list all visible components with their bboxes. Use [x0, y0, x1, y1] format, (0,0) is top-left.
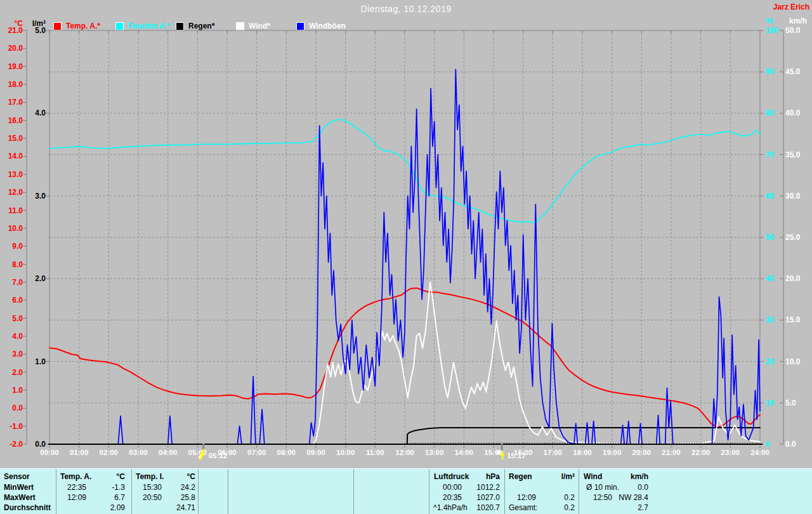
y-tick-label: 1.0	[12, 386, 23, 395]
table-column-divider	[131, 469, 132, 514]
y-tick-label: 40	[766, 274, 775, 283]
col-header-regen: Regen	[509, 472, 547, 481]
temp-a-max: 6.7	[95, 493, 125, 502]
y-tick-label: 7.0	[12, 278, 23, 287]
x-tick-label: 12:00	[395, 449, 414, 456]
y-tick-label: 4.0	[35, 109, 46, 117]
regen-max: 0.2	[543, 493, 575, 502]
y-tick-label: 14.0	[8, 152, 23, 161]
x-tick-label: 04:00	[159, 449, 177, 456]
col-unit-wind: km/h	[617, 472, 648, 481]
table-row-label: Durchschnitt	[4, 503, 58, 512]
temp-i-max-time: 20:50	[136, 493, 168, 502]
table-column-divider	[198, 469, 199, 514]
x-tick-label: 21:00	[662, 449, 680, 456]
y-tick-label: 0.0	[785, 440, 796, 449]
y-tick-label: 19.0	[8, 62, 23, 71]
luftdruck-max: 1027.0	[463, 493, 500, 502]
y-tick-label: 80	[766, 109, 775, 117]
y-tick-label: 3.0	[35, 192, 46, 201]
x-tick-label: 14:00	[455, 449, 473, 456]
y-tick-label: 0	[766, 440, 770, 449]
y-tick-label: 100	[766, 26, 778, 35]
y-tick-label: 35.0	[785, 150, 801, 159]
x-tick-label: 23:00	[721, 449, 740, 456]
x-tick-label: 08:00	[277, 449, 296, 456]
regen-total: 0.2	[543, 503, 575, 512]
axis-label-rain: l/m²	[32, 19, 46, 28]
col-unit-temp-i: °C	[166, 472, 195, 481]
y-tick-label: 15.0	[8, 134, 23, 143]
table-column-divider	[56, 469, 56, 514]
x-tick-label: 01:00	[70, 449, 88, 456]
y-tick-label: 40.0	[785, 109, 801, 117]
wind-avg: 2.7	[617, 503, 648, 512]
y-tick-label: 4.0	[12, 332, 23, 341]
col-unit-regen: l/m²	[543, 472, 575, 481]
chart-canvas: 00:0001:0002:0003:0004:0005:0006:0007:00…	[0, 0, 812, 469]
y-tick-label: 30.0	[785, 192, 801, 201]
x-tick-label: 24:00	[750, 449, 769, 456]
sunset-icon	[497, 450, 501, 454]
x-tick-label: 22:00	[691, 449, 710, 456]
table-row-label: MaxWert	[4, 493, 55, 502]
y-tick-label: 20.0	[785, 274, 801, 283]
y-tick-label: 20	[766, 357, 775, 366]
y-tick-label: 90	[766, 67, 775, 76]
table-column-divider	[353, 469, 354, 514]
luftdruck-min: 1012.2	[463, 483, 500, 492]
y-tick-label: 25.0	[785, 233, 801, 242]
y-tick-label: 50.0	[785, 26, 801, 35]
table-column-divider	[504, 469, 505, 514]
x-tick-label: 09:00	[306, 449, 325, 456]
x-tick-label: 17:00	[544, 449, 562, 456]
y-tick-label: 1.0	[35, 357, 46, 366]
temp-i-min: 24.2	[166, 483, 195, 492]
temp-i-min-time: 15:30	[136, 483, 168, 492]
table-column-divider	[429, 469, 429, 514]
y-tick-label: 3.0	[12, 350, 23, 359]
axis-label-hum: %	[766, 16, 773, 25]
axis-label-wind: km/h	[789, 16, 807, 25]
x-tick-label: 00:00	[40, 449, 58, 456]
y-tick-label: 9.0	[12, 242, 23, 251]
y-tick-label: 0.0	[35, 440, 46, 449]
y-tick-label: 20.0	[8, 44, 23, 53]
y-tick-label: 8.0	[12, 260, 23, 269]
col-unit-temp-a: °C	[95, 472, 125, 481]
sunset-time: 15:17	[507, 452, 525, 459]
y-tick-label: 11.0	[8, 206, 23, 215]
luftdruck-avg: 1020.7	[463, 503, 500, 512]
x-tick-label: 03:00	[129, 449, 147, 456]
y-tick-label: 16.0	[8, 116, 23, 125]
axis-label-temp: °C	[15, 19, 23, 28]
x-tick-label: 11:00	[366, 449, 384, 456]
y-tick-label: 60	[766, 192, 775, 201]
temp-a-max-time: 12:09	[61, 493, 93, 502]
wind-max: NW 28.4	[610, 493, 648, 502]
y-tick-label: 12.0	[8, 188, 23, 197]
y-tick-label: 5.0	[12, 314, 23, 323]
y-tick-label: 17.0	[8, 98, 23, 107]
table-row-label: Sensor	[4, 472, 55, 481]
temp-i-max: 25.8	[166, 493, 195, 502]
x-tick-label: 02:00	[100, 449, 118, 456]
x-tick-label: 13:00	[425, 449, 443, 456]
y-tick-label: 15.0	[785, 315, 801, 324]
wind-min: 0.0	[617, 483, 648, 492]
y-tick-label: 2.0	[35, 274, 46, 283]
y-tick-label: 30	[766, 315, 775, 324]
y-tick-label: 45.0	[785, 67, 801, 76]
x-tick-label: 20:00	[632, 449, 651, 456]
regen-total-label: Gesamt:	[509, 503, 544, 512]
temp-a-min-time: 22:35	[61, 483, 93, 492]
x-tick-label: 07:00	[247, 449, 266, 456]
y-tick-label: 18.0	[8, 80, 23, 89]
col-unit-luftdruck: hPa	[472, 472, 500, 481]
x-tick-label: 19:00	[603, 449, 621, 456]
col-header-wind: Wind	[584, 472, 615, 481]
y-tick-label: 70	[766, 150, 775, 159]
table-column-divider	[228, 469, 228, 514]
y-tick-label: 10.0	[8, 224, 23, 233]
y-tick-label: 0.0	[12, 404, 23, 412]
